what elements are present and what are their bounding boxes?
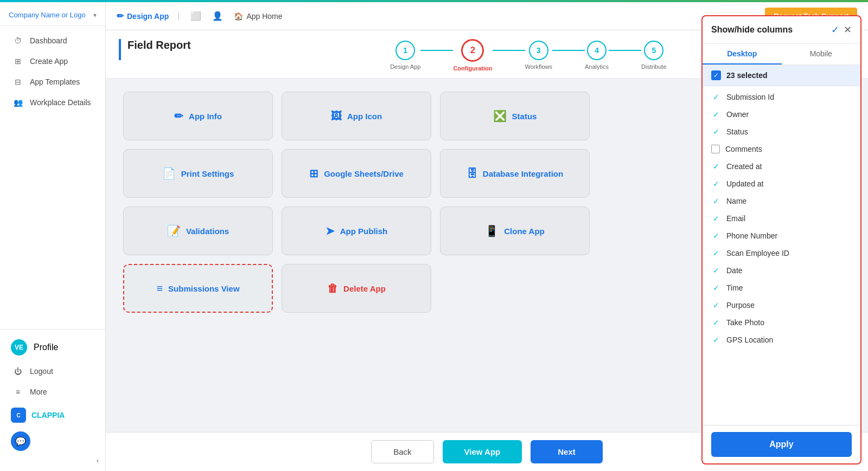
user-icon-button[interactable]: 👤 — [210, 9, 225, 24]
window-icon-button[interactable]: ⬜ — [188, 9, 203, 24]
dashboard-icon: ⏱ — [12, 36, 23, 45]
back-button[interactable]: Back — [371, 440, 433, 463]
column-label-9: Scan Employee ID — [726, 249, 789, 257]
sidebar-item-workplace[interactable]: 👥 Workplace Details — [0, 92, 105, 113]
config-card-validations[interactable]: 📝Validations — [123, 207, 273, 255]
config-card-database-integration[interactable]: 🗄Database Integration — [440, 149, 590, 198]
column-check-icon-1: ✓ — [711, 110, 721, 119]
config-card-app-info[interactable]: ✏App Info — [123, 92, 273, 140]
column-label-5: Updated at — [726, 179, 764, 188]
config-card-submissions-view[interactable]: ≡Submissions View — [123, 264, 273, 313]
logout-label: Logout — [30, 367, 53, 376]
sidebar-nav: ⏱ Dashboard ⊞ Create App ⊟ App Templates… — [0, 26, 105, 329]
config-card-inner-database-integration: 🗄Database Integration — [467, 167, 563, 180]
app-info-label: App Info — [189, 112, 222, 121]
column-label-3: Comments — [725, 145, 762, 153]
next-button[interactable]: Next — [531, 440, 603, 463]
config-card-app-icon[interactable]: 🖼App Icon — [282, 92, 431, 140]
tab-desktop[interactable]: Desktop — [703, 44, 782, 64]
column-item-3[interactable]: Comments — [703, 140, 860, 158]
sidebar-item-logout[interactable]: ⏻ Logout — [0, 361, 105, 382]
config-card-status[interactable]: ❎Status — [440, 92, 590, 140]
column-label-14: GPS Location — [726, 335, 773, 344]
sidebar-collapse-button[interactable]: ‹ — [97, 456, 99, 464]
column-item-10[interactable]: ✓Date — [703, 262, 860, 279]
config-card-inner-google-sheets: ⊞Google Sheets/Drive — [309, 167, 404, 180]
select-all-checkbox[interactable]: ✓ — [711, 70, 721, 80]
config-card-clone-app[interactable]: 📱Clone App — [440, 207, 590, 255]
config-card-app-publish[interactable]: ➤App Publish — [282, 207, 431, 255]
apply-button[interactable]: Apply — [711, 432, 852, 457]
sidebar-item-create-app[interactable]: ⊞ Create App — [0, 51, 105, 72]
more-icon: ≡ — [12, 388, 23, 396]
company-selector[interactable]: Company Name or Logo ▾ — [0, 4, 105, 26]
column-label-1: Owner — [726, 110, 749, 119]
workplace-icon: 👥 — [12, 98, 23, 107]
column-label-12: Purpose — [726, 301, 755, 309]
step-2[interactable]: 2 Configuration — [453, 39, 492, 72]
column-item-14[interactable]: ✓GPS Location — [703, 331, 860, 349]
step-5[interactable]: 5 Distribute — [641, 41, 666, 70]
config-card-delete-app[interactable]: 🗑Delete App — [282, 264, 431, 313]
step-1[interactable]: 1 Design App — [390, 41, 420, 70]
view-app-button[interactable]: View App — [443, 440, 522, 463]
config-card-print-settings[interactable]: 📄Print Settings — [123, 149, 273, 198]
page-title: Field Report — [119, 39, 191, 60]
column-item-0[interactable]: ✓Submission Id — [703, 88, 860, 106]
sidebar-item-app-templates[interactable]: ⊟ App Templates — [0, 72, 105, 92]
sidebar-item-more[interactable]: ≡ More — [0, 382, 105, 402]
column-item-12[interactable]: ✓Purpose — [703, 296, 860, 314]
column-label-0: Submission Id — [726, 93, 774, 101]
step-3[interactable]: 3 Workflows — [525, 41, 553, 70]
app-home-label: App Home — [246, 12, 282, 21]
clappia-brand: C CLAPPIA — [0, 402, 105, 428]
app-publish-icon: ➤ — [326, 224, 335, 237]
company-name: Company Name or Logo — [9, 11, 86, 19]
config-card-google-sheets[interactable]: ⊞Google Sheets/Drive — [282, 149, 431, 198]
step-circle-1: 1 — [395, 41, 415, 60]
column-item-11[interactable]: ✓Time — [703, 279, 860, 296]
panel-close-icon[interactable]: ✕ — [844, 24, 852, 36]
profile-label: Profile — [34, 343, 58, 352]
sidebar-item-label: Dashboard — [30, 36, 67, 45]
header-divider: | — [177, 11, 180, 21]
column-check-icon-7: ✓ — [711, 214, 721, 223]
tab-mobile[interactable]: Mobile — [782, 44, 861, 64]
step-4[interactable]: 4 Analytics — [585, 41, 609, 70]
config-card-inner-validations: 📝Validations — [167, 224, 229, 237]
sidebar-item-profile[interactable]: VE Profile — [0, 334, 105, 361]
column-item-2[interactable]: ✓Status — [703, 123, 860, 140]
column-uncheck-3[interactable] — [711, 145, 720, 153]
column-check-icon-12: ✓ — [711, 301, 721, 309]
config-card-inner-delete-app: 🗑Delete App — [327, 282, 386, 295]
delete-app-label: Delete App — [343, 284, 386, 293]
delete-app-icon: 🗑 — [327, 282, 338, 295]
column-item-8[interactable]: ✓Phone Number — [703, 227, 860, 244]
column-check-icon-14: ✓ — [711, 335, 721, 344]
submissions-view-label: Submissions View — [168, 284, 239, 293]
column-item-9[interactable]: ✓Scan Employee ID — [703, 244, 860, 262]
column-label-10: Date — [726, 266, 743, 275]
panel-confirm-icon[interactable]: ✓ — [831, 24, 839, 36]
column-item-4[interactable]: ✓Created at — [703, 158, 860, 175]
config-card-inner-status: ❎Status — [493, 109, 537, 122]
column-item-1[interactable]: ✓Owner — [703, 106, 860, 123]
window-icon: ⬜ — [190, 11, 201, 21]
selected-count-label: 23 selected — [726, 71, 768, 80]
column-label-6: Name — [726, 197, 746, 205]
chat-button[interactable]: 💬 — [11, 431, 30, 451]
column-item-5[interactable]: ✓Updated at — [703, 175, 860, 192]
column-item-13[interactable]: ✓Take Photo — [703, 314, 860, 331]
column-item-6[interactable]: ✓Name — [703, 192, 860, 210]
config-card-inner-app-icon: 🖼App Icon — [331, 110, 382, 122]
column-label-7: Email — [726, 214, 745, 223]
app-home-link[interactable]: 🏠 App Home — [234, 12, 282, 21]
clone-app-label: Clone App — [504, 227, 544, 236]
config-card-inner-submissions-view: ≡Submissions View — [156, 282, 239, 295]
sidebar-item-dashboard[interactable]: ⏱ Dashboard — [0, 30, 105, 51]
column-item-7[interactable]: ✓Email — [703, 210, 860, 227]
selected-count-row: ✓ 23 selected — [703, 65, 860, 86]
panel-header: Show/hide columns ✓ ✕ — [703, 16, 860, 44]
step-label-1: Design App — [390, 63, 420, 70]
design-app-link[interactable]: ✏ Design App — [117, 11, 169, 21]
